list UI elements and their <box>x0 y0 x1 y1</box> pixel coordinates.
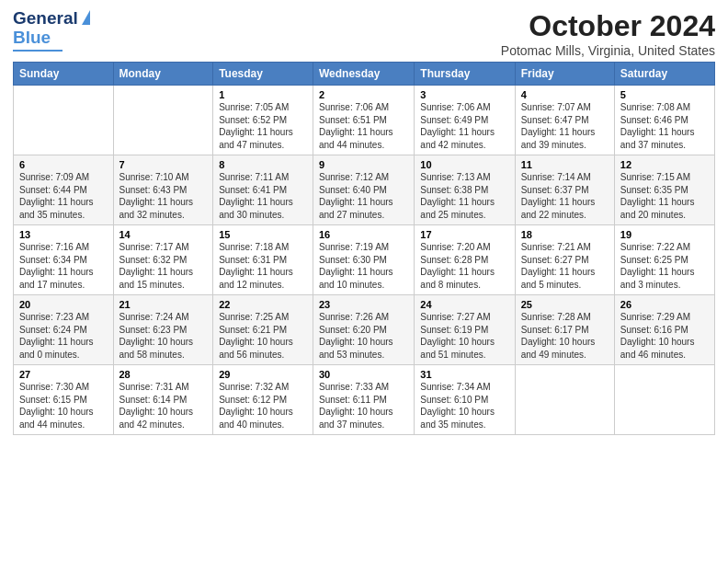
day-info: Sunrise: 7:27 AM Sunset: 6:19 PM Dayligh… <box>420 311 508 361</box>
calendar-cell: 16Sunrise: 7:19 AM Sunset: 6:30 PM Dayli… <box>313 225 415 295</box>
calendar-cell: 25Sunrise: 7:28 AM Sunset: 6:17 PM Dayli… <box>515 295 614 365</box>
calendar-cell: 22Sunrise: 7:25 AM Sunset: 6:21 PM Dayli… <box>213 295 313 365</box>
day-info: Sunrise: 7:05 AM Sunset: 6:52 PM Dayligh… <box>219 101 307 151</box>
week-row-1: 1Sunrise: 7:05 AM Sunset: 6:52 PM Daylig… <box>14 86 715 155</box>
col-header-monday: Monday <box>113 63 213 86</box>
col-header-friday: Friday <box>515 63 614 86</box>
title-block: October 2024 Potomac Mills, Virginia, Un… <box>501 9 715 58</box>
calendar-cell: 27Sunrise: 7:30 AM Sunset: 6:15 PM Dayli… <box>14 365 114 435</box>
calendar-cell: 7Sunrise: 7:10 AM Sunset: 6:43 PM Daylig… <box>113 155 213 225</box>
logo-triangle-icon <box>82 10 90 25</box>
calendar-cell: 2Sunrise: 7:06 AM Sunset: 6:51 PM Daylig… <box>313 86 415 155</box>
calendar-cell: 23Sunrise: 7:26 AM Sunset: 6:20 PM Dayli… <box>313 295 415 365</box>
day-number: 25 <box>521 299 609 310</box>
calendar-cell <box>515 365 614 435</box>
calendar-cell: 18Sunrise: 7:21 AM Sunset: 6:27 PM Dayli… <box>515 225 614 295</box>
day-number: 13 <box>19 229 108 240</box>
day-info: Sunrise: 7:12 AM Sunset: 6:40 PM Dayligh… <box>319 171 408 221</box>
day-number: 29 <box>219 369 307 380</box>
day-info: Sunrise: 7:32 AM Sunset: 6:12 PM Dayligh… <box>219 381 307 431</box>
day-info: Sunrise: 7:08 AM Sunset: 6:46 PM Dayligh… <box>620 101 709 151</box>
col-header-wednesday: Wednesday <box>313 63 415 86</box>
day-info: Sunrise: 7:10 AM Sunset: 6:43 PM Dayligh… <box>119 171 208 221</box>
calendar-container: General Blue October 2024 Potomac Mills,… <box>0 0 728 442</box>
logo-text: General <box>13 9 78 29</box>
calendar-cell: 10Sunrise: 7:13 AM Sunset: 6:38 PM Dayli… <box>415 155 515 225</box>
day-info: Sunrise: 7:13 AM Sunset: 6:38 PM Dayligh… <box>420 171 508 221</box>
day-info: Sunrise: 7:11 AM Sunset: 6:41 PM Dayligh… <box>219 171 307 221</box>
calendar-cell: 21Sunrise: 7:24 AM Sunset: 6:23 PM Dayli… <box>113 295 213 365</box>
col-header-sunday: Sunday <box>14 63 114 86</box>
calendar-cell: 19Sunrise: 7:22 AM Sunset: 6:25 PM Dayli… <box>614 225 714 295</box>
day-info: Sunrise: 7:26 AM Sunset: 6:20 PM Dayligh… <box>319 311 408 361</box>
calendar-cell: 31Sunrise: 7:34 AM Sunset: 6:10 PM Dayli… <box>415 365 515 435</box>
calendar-cell: 1Sunrise: 7:05 AM Sunset: 6:52 PM Daylig… <box>213 86 313 155</box>
day-number: 18 <box>521 229 609 240</box>
day-info: Sunrise: 7:24 AM Sunset: 6:23 PM Dayligh… <box>119 311 208 361</box>
day-number: 6 <box>19 159 108 170</box>
calendar-cell: 28Sunrise: 7:31 AM Sunset: 6:14 PM Dayli… <box>113 365 213 435</box>
day-info: Sunrise: 7:22 AM Sunset: 6:25 PM Dayligh… <box>620 241 709 291</box>
calendar-title: October 2024 <box>501 9 715 43</box>
day-info: Sunrise: 7:06 AM Sunset: 6:49 PM Dayligh… <box>420 101 508 151</box>
day-number: 22 <box>219 299 307 310</box>
day-info: Sunrise: 7:21 AM Sunset: 6:27 PM Dayligh… <box>521 241 609 291</box>
day-number: 5 <box>620 89 709 100</box>
day-info: Sunrise: 7:15 AM Sunset: 6:35 PM Dayligh… <box>620 171 709 221</box>
day-number: 27 <box>19 369 108 380</box>
day-info: Sunrise: 7:14 AM Sunset: 6:37 PM Dayligh… <box>521 171 609 221</box>
calendar-cell: 9Sunrise: 7:12 AM Sunset: 6:40 PM Daylig… <box>313 155 415 225</box>
day-number: 17 <box>420 229 508 240</box>
day-number: 21 <box>119 299 208 310</box>
header: General Blue October 2024 Potomac Mills,… <box>13 9 715 58</box>
calendar-cell: 5Sunrise: 7:08 AM Sunset: 6:46 PM Daylig… <box>614 86 714 155</box>
day-info: Sunrise: 7:17 AM Sunset: 6:32 PM Dayligh… <box>119 241 208 291</box>
week-row-4: 20Sunrise: 7:23 AM Sunset: 6:24 PM Dayli… <box>14 295 715 365</box>
day-info: Sunrise: 7:20 AM Sunset: 6:28 PM Dayligh… <box>420 241 508 291</box>
calendar-cell: 30Sunrise: 7:33 AM Sunset: 6:11 PM Dayli… <box>313 365 415 435</box>
day-number: 4 <box>521 89 609 100</box>
day-number: 26 <box>620 299 709 310</box>
day-info: Sunrise: 7:33 AM Sunset: 6:11 PM Dayligh… <box>319 381 408 431</box>
calendar-cell <box>14 86 114 155</box>
day-number: 9 <box>319 159 408 170</box>
week-row-3: 13Sunrise: 7:16 AM Sunset: 6:34 PM Dayli… <box>14 225 715 295</box>
day-info: Sunrise: 7:19 AM Sunset: 6:30 PM Dayligh… <box>319 241 408 291</box>
logo-underline <box>13 50 63 52</box>
day-number: 11 <box>521 159 609 170</box>
calendar-cell <box>614 365 714 435</box>
day-info: Sunrise: 7:31 AM Sunset: 6:14 PM Dayligh… <box>119 381 208 431</box>
day-info: Sunrise: 7:30 AM Sunset: 6:15 PM Dayligh… <box>19 381 108 431</box>
day-number: 15 <box>219 229 307 240</box>
day-info: Sunrise: 7:34 AM Sunset: 6:10 PM Dayligh… <box>420 381 508 431</box>
day-number: 1 <box>219 89 307 100</box>
calendar-cell: 6Sunrise: 7:09 AM Sunset: 6:44 PM Daylig… <box>14 155 114 225</box>
day-number: 19 <box>620 229 709 240</box>
day-number: 28 <box>119 369 208 380</box>
calendar-cell: 24Sunrise: 7:27 AM Sunset: 6:19 PM Dayli… <box>415 295 515 365</box>
day-number: 14 <box>119 229 208 240</box>
day-info: Sunrise: 7:28 AM Sunset: 6:17 PM Dayligh… <box>521 311 609 361</box>
week-row-5: 27Sunrise: 7:30 AM Sunset: 6:15 PM Dayli… <box>14 365 715 435</box>
header-row: SundayMondayTuesdayWednesdayThursdayFrid… <box>14 63 715 86</box>
col-header-tuesday: Tuesday <box>213 63 313 86</box>
day-number: 7 <box>119 159 208 170</box>
calendar-cell: 12Sunrise: 7:15 AM Sunset: 6:35 PM Dayli… <box>614 155 714 225</box>
calendar-cell: 13Sunrise: 7:16 AM Sunset: 6:34 PM Dayli… <box>14 225 114 295</box>
calendar-subtitle: Potomac Mills, Virginia, United States <box>501 43 715 58</box>
calendar-cell: 15Sunrise: 7:18 AM Sunset: 6:31 PM Dayli… <box>213 225 313 295</box>
logo: General Blue <box>13 9 90 52</box>
day-number: 3 <box>420 89 508 100</box>
calendar-cell: 26Sunrise: 7:29 AM Sunset: 6:16 PM Dayli… <box>614 295 714 365</box>
day-number: 16 <box>319 229 408 240</box>
day-number: 20 <box>19 299 108 310</box>
calendar-cell: 14Sunrise: 7:17 AM Sunset: 6:32 PM Dayli… <box>113 225 213 295</box>
day-number: 12 <box>620 159 709 170</box>
day-number: 24 <box>420 299 508 310</box>
calendar-cell: 8Sunrise: 7:11 AM Sunset: 6:41 PM Daylig… <box>213 155 313 225</box>
day-number: 2 <box>319 89 408 100</box>
col-header-saturday: Saturday <box>614 63 714 86</box>
day-info: Sunrise: 7:29 AM Sunset: 6:16 PM Dayligh… <box>620 311 709 361</box>
day-number: 8 <box>219 159 307 170</box>
day-info: Sunrise: 7:25 AM Sunset: 6:21 PM Dayligh… <box>219 311 307 361</box>
